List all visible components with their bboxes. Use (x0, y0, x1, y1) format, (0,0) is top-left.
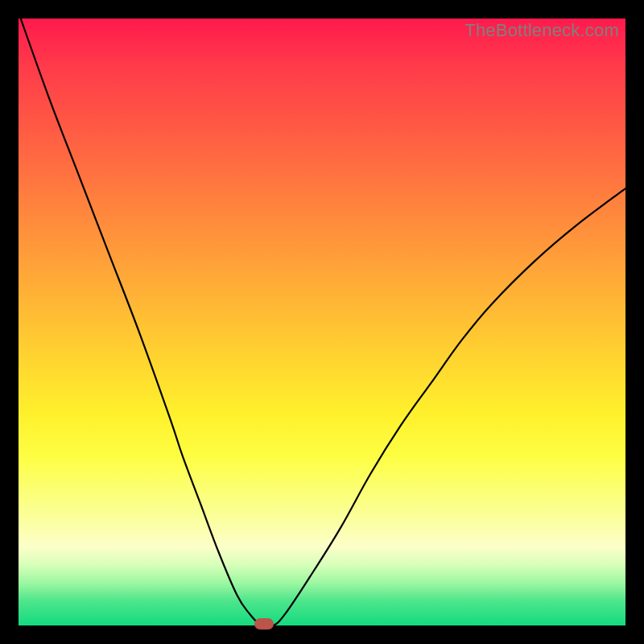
optimal-point-marker (254, 618, 274, 630)
curve-path (19, 19, 625, 625)
chart-frame: TheBottleneck.com (0, 0, 644, 644)
bottleneck-curve (19, 19, 625, 625)
plot-area: TheBottleneck.com (19, 19, 625, 625)
